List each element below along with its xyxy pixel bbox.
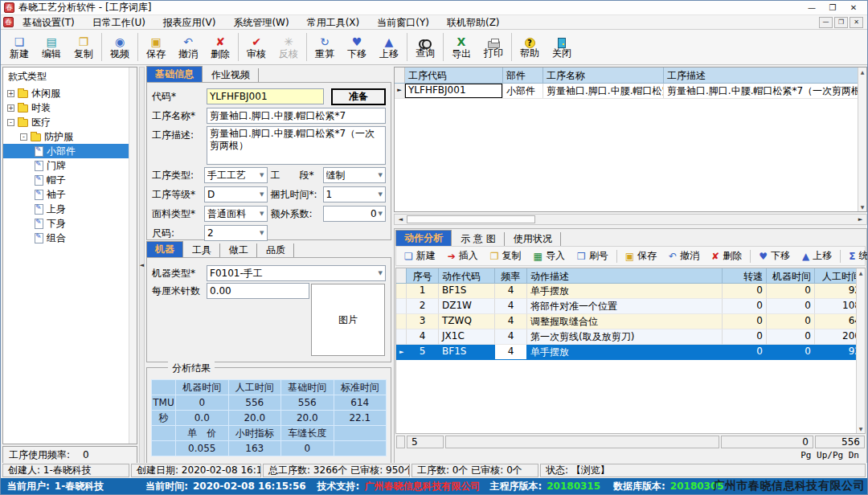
edit-button[interactable]: ▤编辑 [35,31,68,63]
menu-basic-settings[interactable]: 基础设置(T) [14,15,84,30]
action-stats-button[interactable]: Σ统计 [843,248,868,264]
col-action-code[interactable]: 动作代码 [439,268,495,283]
menu-reports[interactable]: 报表应用(V) [154,15,225,30]
action-undo-button[interactable]: ↶撤消 [663,248,705,264]
prepare-button[interactable]: 准备 [331,88,386,105]
tree-item-upper-body[interactable]: 上身 [3,202,137,216]
mdi-minimize-button[interactable]: — [819,17,833,28]
tab-usage-status[interactable]: 使用状况 [506,232,561,246]
hscroll-thumb[interactable] [407,215,535,223]
action-row[interactable]: 1 BF1S 4 单手摆放 0 0 92 [396,284,865,299]
tree-item-sleeve[interactable]: 袖子 [3,187,137,202]
scroll-up-icon[interactable]: ▲ [859,270,863,276]
action-move-up-button[interactable]: ▲上移 [796,248,837,264]
action-renumber-button[interactable]: ❒刷号 [571,248,614,264]
print-button[interactable]: 打印 [477,31,510,63]
process-type-select[interactable]: 手工工艺▼ [204,167,268,183]
tree-item-small-parts[interactable]: 小部件 [3,144,137,158]
panel-splitter[interactable]: ◄ [139,67,145,464]
action-row[interactable]: 2 DZ1W 4 将部件对准一个位置 0 0 108 [396,299,865,314]
tab-quality[interactable]: 品质 [258,243,294,257]
tree-item-casual[interactable]: +休闲服 [3,86,137,100]
menu-daily-work[interactable]: 日常工作(U) [84,15,154,30]
action-row[interactable]: 3 TZWQ 4 调整握取缝合位 0 0 64 [396,314,865,329]
action-move-down-button[interactable]: ♥下移 [753,248,796,264]
tab-work-video[interactable]: 作业视频 [203,68,259,82]
stitch-count-input[interactable] [207,283,309,299]
expand-plus-icon[interactable]: + [7,90,14,97]
minimize-button[interactable]: — [801,2,822,14]
tab-machine[interactable]: 机器 [146,241,183,257]
audit-button[interactable]: ✔审核 [240,31,272,63]
menu-common-tools[interactable]: 常用工具(X) [298,15,369,30]
stage-select[interactable]: 缝制▼ [323,167,387,183]
process-grid-hscrollbar[interactable]: ◄ ► [394,214,867,225]
action-import-button[interactable]: ▦导入 [528,248,571,264]
tree-scrollbar[interactable] [129,68,137,444]
action-insert-button[interactable]: ➔插入 [442,248,484,264]
video-button[interactable]: ◉视频 [104,31,136,63]
help-button[interactable]: ?帮助 [514,31,546,63]
tab-basic-info[interactable]: 基础信息 [146,66,203,82]
restore-button[interactable]: ❐ [822,2,843,14]
tree-item-combination[interactable]: 组合 [3,231,137,245]
copy-button[interactable]: ❐复制 [68,31,100,63]
menu-help[interactable]: 联机帮助(Z) [438,15,509,30]
close-window-button[interactable]: 关闭 [546,31,578,63]
process-grid-vscrollbar[interactable]: ▲ ▼ [858,68,866,211]
scroll-up-icon[interactable]: ▲ [861,69,865,75]
action-copy-button[interactable]: ❐复制 [485,248,527,264]
process-row[interactable]: ► YLFHFBJ001 小部件 剪量袖口.脚口.中腰.帽口松紧*7 剪量袖口.… [395,84,866,99]
undo-button[interactable]: ↶撤消 [172,31,204,63]
close-button[interactable]: ✕ [843,2,864,14]
scroll-left-icon[interactable]: ◄ [395,216,406,223]
tree-item-door-plate[interactable]: 门牌 [3,158,137,173]
tree-item-hat[interactable]: 帽子 [3,173,137,187]
search-button[interactable]: 查询 [409,31,441,63]
tree-item-fashion[interactable]: +时装 [3,100,137,115]
tab-schematic[interactable]: 示 意 图 [452,232,505,246]
action-save-button[interactable]: ▣保存 [620,248,662,264]
save-button[interactable]: ▣保存 [140,31,172,63]
new-button[interactable]: ❏新建 [3,31,35,63]
tab-tool[interactable]: 工具 [184,243,220,257]
scroll-down-icon[interactable]: ▼ [859,426,863,432]
tree-item-medical[interactable]: -医疗 [3,115,137,129]
delete-button[interactable]: ✘删除 [204,31,236,63]
move-up-button[interactable]: ▲上移 [373,31,405,63]
col-action-desc[interactable]: 动作描述 [527,268,723,283]
tree-item-protective-suit[interactable]: -防护服 [3,129,137,144]
action-grid-vscrollbar[interactable]: ▲ ▼ [856,268,865,433]
bind-time-select[interactable]: 1▼ [323,186,387,202]
col-process-desc[interactable]: 工序描述 [664,68,866,83]
expand-minus-icon[interactable]: - [7,119,14,126]
action-delete-button[interactable]: ✘删除 [706,248,747,264]
col-frequency[interactable]: 频率 [495,268,527,283]
recalc-button[interactable]: ↻重算 [309,31,341,63]
process-desc-textarea[interactable]: 剪量袖口.脚口.中腰.帽口松紧*7（一次剪两根） [207,126,386,165]
size-select[interactable]: 2▼ [204,225,268,241]
mdi-close-button[interactable]: ✕ [850,17,863,28]
export-button[interactable]: X导出 [445,31,477,63]
action-row-selected[interactable]: ► 5 BF1S 4 单手摆放 0 0 92 [396,345,865,360]
col-speed[interactable]: 转速 [723,268,767,283]
extra-factor-select[interactable]: 0▼ [323,206,387,222]
code-input[interactable] [207,88,324,104]
col-process-name[interactable]: 工序名称 [543,68,664,83]
fabric-type-select[interactable]: 普通面料▼ [204,206,268,222]
machine-type-select[interactable]: F0101-手工▼ [207,265,386,281]
expand-plus-icon[interactable]: + [7,104,14,112]
action-row[interactable]: 4 JX1C 4 第一次剪线(取及放剪刀) 0 0 200 [396,329,865,345]
col-machine-time[interactable]: 机器时间 [767,268,815,283]
image-placeholder-box[interactable]: 图片 [311,284,385,356]
tab-action-analysis[interactable]: 动作分析 [395,230,452,246]
scroll-right-icon[interactable]: ► [855,216,866,223]
col-part[interactable]: 部件 [503,68,543,83]
col-process-code[interactable]: 工序代码 [405,68,503,83]
action-new-button[interactable]: ❏新建 [399,248,441,264]
tree-item-lower-body[interactable]: 下身 [3,216,137,231]
scroll-down-icon[interactable]: ▼ [861,204,865,210]
menu-system-admin[interactable]: 系统管理(W) [224,15,297,30]
process-name-input[interactable] [207,108,386,124]
col-seq[interactable]: 序号 [407,268,439,283]
